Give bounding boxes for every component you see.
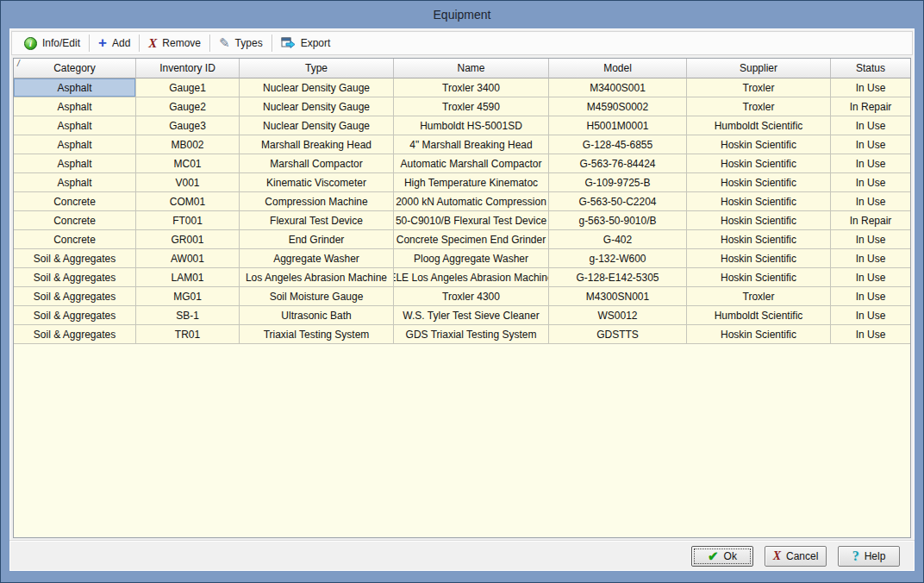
table-cell[interactable]: In Use xyxy=(831,173,910,192)
table-cell[interactable]: Kinematic Viscometer xyxy=(240,173,394,192)
table-cell[interactable]: In Repair xyxy=(831,97,910,116)
table-cell[interactable]: Troxler 3400 xyxy=(394,78,549,97)
table-cell[interactable]: Humboldt Scientific xyxy=(687,116,831,135)
table-cell[interactable]: Nuclear Density Gauge xyxy=(240,116,394,135)
table-row[interactable]: ConcreteCOM01Compression Machine2000 kN … xyxy=(14,192,910,211)
table-cell[interactable]: Flexural Test Device xyxy=(240,211,394,230)
table-cell[interactable]: In Use xyxy=(831,325,910,344)
table-cell[interactable]: M4590S0002 xyxy=(549,97,687,116)
table-cell[interactable]: Gauge3 xyxy=(136,116,240,135)
table-cell[interactable]: G-402 xyxy=(549,230,687,249)
table-cell[interactable]: Humboldt HS-5001SD xyxy=(394,116,549,135)
table-cell[interactable]: Hoskin Scientific xyxy=(687,135,831,154)
table-cell[interactable]: GDSTTS xyxy=(549,325,687,344)
table-cell[interactable]: Hoskin Scientific xyxy=(687,230,831,249)
table-row[interactable]: AsphaltGauge2Nuclear Density GaugeTroxle… xyxy=(14,97,910,116)
table-cell[interactable]: Ultrasonic Bath xyxy=(240,306,394,325)
types-button[interactable]: ✎ Types xyxy=(210,32,272,54)
table-cell[interactable]: End Grinder xyxy=(240,230,394,249)
table-cell[interactable]: SB-1 xyxy=(136,306,240,325)
table-cell[interactable]: Marshall Compactor xyxy=(240,154,394,173)
table-cell[interactable]: Soil & Aggregates xyxy=(14,249,136,268)
table-cell[interactable]: ELE Los Angeles Abrasion Machine xyxy=(394,268,549,287)
table-cell[interactable]: GR001 xyxy=(136,230,240,249)
table-cell[interactable]: 4" Marshall Breaking Head xyxy=(394,135,549,154)
table-cell[interactable]: In Use xyxy=(831,287,910,306)
table-cell[interactable]: M3400S001 xyxy=(549,78,687,97)
table-cell[interactable]: Hoskin Scientific xyxy=(687,192,831,211)
table-cell[interactable]: Soil & Aggregates xyxy=(14,268,136,287)
table-cell[interactable]: Ploog Aggregate Washer xyxy=(394,249,549,268)
table-cell[interactable]: Asphalt xyxy=(14,78,136,97)
add-button[interactable]: + Add xyxy=(90,32,139,54)
table-cell[interactable]: Los Angeles Abrasion Machine xyxy=(240,268,394,287)
table-row[interactable]: AsphaltMB002Marshall Breaking Head4" Mar… xyxy=(14,135,910,154)
table-cell[interactable]: In Repair xyxy=(831,211,910,230)
table-cell[interactable]: G-563-50-C2204 xyxy=(549,192,687,211)
help-button[interactable]: ? Help xyxy=(838,546,900,567)
table-cell[interactable]: Hoskin Scientific xyxy=(687,268,831,287)
table-row[interactable]: Soil & AggregatesSB-1Ultrasonic BathW.S.… xyxy=(14,306,910,325)
table-cell[interactable]: FT001 xyxy=(136,211,240,230)
table-cell[interactable]: W.S. Tyler Test Sieve Cleaner xyxy=(394,306,549,325)
table-cell[interactable]: High Temperature Kinematoc xyxy=(394,173,549,192)
table-cell[interactable]: Troxler xyxy=(687,78,831,97)
table-cell[interactable]: In Use xyxy=(831,154,910,173)
column-header-category[interactable]: /Category xyxy=(14,59,136,78)
table-cell[interactable]: In Use xyxy=(831,249,910,268)
table-cell[interactable]: Aggregate Washer xyxy=(240,249,394,268)
table-cell[interactable]: Humboldt Scientific xyxy=(687,306,831,325)
table-cell[interactable]: Nuclear Density Gauge xyxy=(240,97,394,116)
table-cell[interactable]: Marshall Breaking Head xyxy=(240,135,394,154)
column-header-name[interactable]: Name xyxy=(394,59,549,78)
table-cell[interactable]: Troxler xyxy=(687,287,831,306)
table-cell[interactable]: LAM01 xyxy=(136,268,240,287)
table-cell[interactable]: Concrete xyxy=(14,230,136,249)
table-row[interactable]: Soil & AggregatesMG01Soil Moisture Gauge… xyxy=(14,287,910,306)
table-cell[interactable]: MC01 xyxy=(136,154,240,173)
table-cell[interactable]: Concrete xyxy=(14,192,136,211)
table-cell[interactable]: Nuclear Density Gauge xyxy=(240,78,394,97)
table-cell[interactable]: MG01 xyxy=(136,287,240,306)
table-cell[interactable]: Soil Moisture Gauge xyxy=(240,287,394,306)
table-cell[interactable]: H5001M0001 xyxy=(549,116,687,135)
table-cell[interactable]: Compression Machine xyxy=(240,192,394,211)
remove-button[interactable]: X Remove xyxy=(140,32,209,54)
table-cell[interactable]: G-563-76-84424 xyxy=(549,154,687,173)
table-cell[interactable]: Asphalt xyxy=(14,173,136,192)
table-row[interactable]: AsphaltV001Kinematic ViscometerHigh Temp… xyxy=(14,173,910,192)
table-cell[interactable]: Troxler 4300 xyxy=(394,287,549,306)
table-cell[interactable]: g-132-W600 xyxy=(549,249,687,268)
table-cell[interactable]: WS0012 xyxy=(549,306,687,325)
info-edit-button[interactable]: i Info/Edit xyxy=(16,32,89,54)
table-cell[interactable]: G-128-45-6855 xyxy=(549,135,687,154)
table-cell[interactable]: COM01 xyxy=(136,192,240,211)
column-header-inventory-id[interactable]: Inventory ID xyxy=(136,59,240,78)
table-cell[interactable]: GDS Triaxial Testing System xyxy=(394,325,549,344)
table-cell[interactable]: AW001 xyxy=(136,249,240,268)
table-row[interactable]: Soil & AggregatesAW001Aggregate WasherPl… xyxy=(14,249,910,268)
table-cell[interactable]: Hoskin Scientific xyxy=(687,325,831,344)
table-cell[interactable]: Hoskin Scientific xyxy=(687,249,831,268)
table-cell[interactable]: G-109-9725-B xyxy=(549,173,687,192)
table-cell[interactable]: Concrete xyxy=(14,211,136,230)
table-row[interactable]: Soil & AggregatesLAM01Los Angeles Abrasi… xyxy=(14,268,910,287)
table-row[interactable]: AsphaltMC01Marshall CompactorAutomatic M… xyxy=(14,154,910,173)
table-cell[interactable]: In Use xyxy=(831,135,910,154)
table-cell[interactable]: Asphalt xyxy=(14,135,136,154)
table-cell[interactable]: Triaxial Testing System xyxy=(240,325,394,344)
table-cell[interactable]: In Use xyxy=(831,78,910,97)
table-cell[interactable]: Hoskin Scientific xyxy=(687,154,831,173)
table-row[interactable]: ConcreteGR001End GrinderConcrete Specime… xyxy=(14,230,910,249)
column-header-model[interactable]: Model xyxy=(549,59,687,78)
table-row[interactable]: ConcreteFT001Flexural Test Device50-C901… xyxy=(14,211,910,230)
column-header-status[interactable]: Status xyxy=(831,59,910,78)
table-cell[interactable]: 2000 kN Automatic Compression xyxy=(394,192,549,211)
table-cell[interactable]: In Use xyxy=(831,306,910,325)
table-cell[interactable]: Gauge2 xyxy=(136,97,240,116)
table-cell[interactable]: Hoskin Scientific xyxy=(687,173,831,192)
table-cell[interactable]: Soil & Aggregates xyxy=(14,325,136,344)
table-cell[interactable]: In Use xyxy=(831,268,910,287)
table-cell[interactable]: Concrete Specimen End Grinder xyxy=(394,230,549,249)
table-cell[interactable]: G-128-E142-5305 xyxy=(549,268,687,287)
